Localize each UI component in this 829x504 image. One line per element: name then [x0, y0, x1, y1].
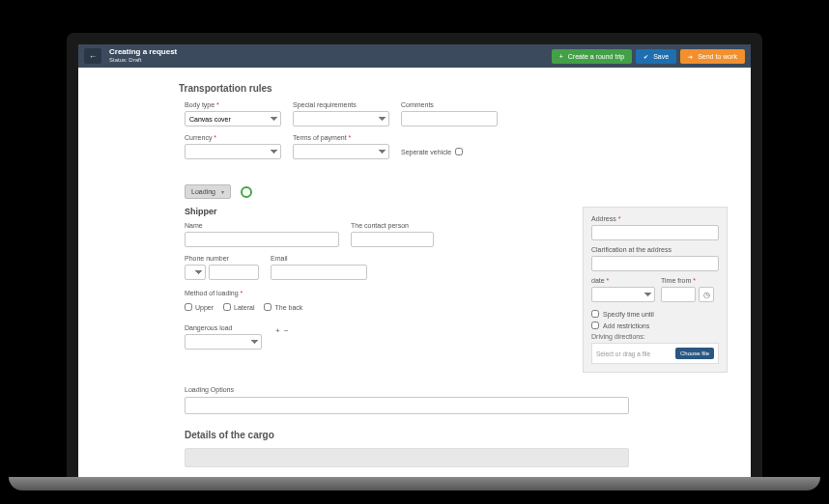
- dangerous-label: Dangerous load: [185, 324, 556, 331]
- transport-row: Transportation rules Body type Canvas co…: [185, 77, 728, 167]
- upper-option[interactable]: Upper: [185, 303, 214, 311]
- currency-select[interactable]: [185, 144, 281, 159]
- name-input[interactable]: [185, 232, 339, 247]
- app-screen: Creating a request Status: Draft Create …: [78, 44, 751, 477]
- body-type-label: Body type: [185, 101, 281, 108]
- status-line: Status: Draft: [109, 57, 548, 64]
- top-bar: Creating a request Status: Draft Create …: [78, 44, 751, 68]
- add-restrictions-checkbox[interactable]: [591, 322, 599, 329]
- name-label: Name: [185, 222, 339, 229]
- create-round-trip-button[interactable]: Create a round trip: [552, 49, 632, 64]
- upper-checkbox[interactable]: [185, 303, 192, 311]
- contact-input[interactable]: [351, 232, 434, 247]
- shipper-title: Shipper: [185, 207, 567, 216]
- separate-vehicle-label: Seperate vehicle: [401, 149, 451, 155]
- email-label: Email: [271, 255, 367, 262]
- special-req-select[interactable]: [293, 111, 389, 126]
- terms-label: Terms of payment: [293, 134, 389, 141]
- back-option[interactable]: The back: [264, 303, 302, 311]
- comments-label: Comments: [401, 101, 498, 108]
- clarification-input[interactable]: [591, 256, 719, 271]
- phone-input[interactable]: [209, 265, 259, 280]
- currency-label: Currency: [185, 134, 281, 141]
- address-input[interactable]: [591, 225, 719, 240]
- method-label: Method of loading: [185, 290, 556, 296]
- body-type-select[interactable]: Canvas cover: [185, 111, 281, 126]
- cargo-title: Details of the cargo: [185, 430, 728, 440]
- date-label: date: [591, 277, 655, 284]
- add-row-icon[interactable]: +: [275, 326, 280, 335]
- lateral-option[interactable]: Lateral: [223, 303, 254, 311]
- specify-until-option[interactable]: Specify time until: [591, 310, 719, 318]
- clock-icon[interactable]: ◷: [699, 287, 714, 302]
- laptop-frame: Creating a request Status: Draft Create …: [67, 33, 762, 477]
- dangerous-select[interactable]: [185, 334, 262, 350]
- loading-options-label: Loading Options: [185, 386, 234, 393]
- clarification-label: Clarification at the address: [591, 246, 719, 253]
- separate-vehicle-checkbox[interactable]: [455, 148, 463, 155]
- content: Transportation rules Body type Canvas co…: [78, 68, 751, 477]
- directions-label: Driving directions:: [591, 333, 719, 340]
- phone-label: Phone number: [185, 255, 259, 262]
- lateral-checkbox[interactable]: [223, 303, 231, 311]
- terms-select[interactable]: [293, 144, 389, 159]
- send-to-work-button[interactable]: Send to work: [680, 49, 745, 64]
- status-circle-icon: [241, 186, 252, 198]
- add-restrictions-option[interactable]: Add restrictions: [591, 322, 719, 329]
- loading-options-input[interactable]: [185, 397, 629, 414]
- time-from-input[interactable]: [661, 287, 696, 302]
- file-drop[interactable]: Select or drag a file Choose file: [591, 343, 719, 364]
- loading-dropdown[interactable]: Loading▾: [185, 184, 231, 199]
- date-select[interactable]: [591, 287, 655, 302]
- comments-input[interactable]: [401, 111, 498, 126]
- cargo-row[interactable]: [185, 448, 629, 467]
- back-checkbox[interactable]: [264, 303, 272, 311]
- specify-until-checkbox[interactable]: [591, 310, 599, 318]
- row-add-remove: + −: [275, 326, 291, 335]
- phone-prefix-select[interactable]: [185, 265, 206, 280]
- address-label: Address: [591, 215, 719, 222]
- file-drop-placeholder: Select or drag a file: [596, 350, 650, 357]
- save-button[interactable]: Save: [636, 49, 676, 64]
- choose-file-button[interactable]: Choose file: [675, 348, 714, 359]
- time-from-label: Time from: [661, 277, 714, 284]
- email-input[interactable]: [271, 265, 367, 280]
- address-panel: Address Clarification at the address dat…: [583, 207, 728, 373]
- contact-label: The contact person: [351, 222, 434, 229]
- page-title: Creating a request: [109, 48, 548, 57]
- transport-title: Transportation rules: [179, 83, 291, 94]
- shipper-section: Shipper Name The contact person: [185, 207, 728, 373]
- remove-row-icon[interactable]: −: [284, 326, 289, 335]
- laptop-base: [9, 477, 820, 490]
- special-req-label: Special requirements: [293, 101, 389, 108]
- status-value: Draft: [129, 57, 141, 63]
- status-label: Status:: [109, 57, 128, 63]
- title-block: Creating a request Status: Draft: [109, 48, 548, 63]
- back-button[interactable]: [84, 48, 101, 64]
